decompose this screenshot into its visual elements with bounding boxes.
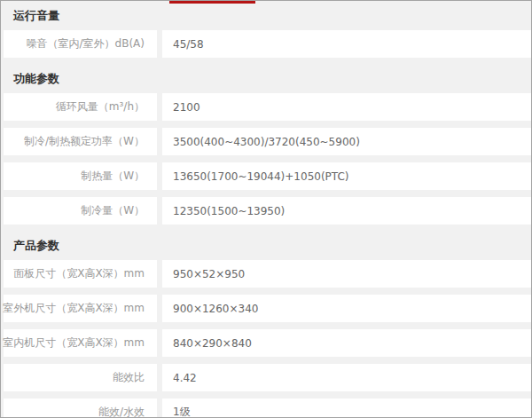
spec-label: 能效/水效 xyxy=(4,398,157,418)
spec-label: 噪音（室内/室外）dB(A) xyxy=(4,30,157,58)
spec-row: 制冷量（W） 12350(1500~13950) xyxy=(4,197,531,225)
spec-row: 室外机尺寸（宽X高X深）mm 900×1260×340 xyxy=(4,295,531,322)
tab-indicator xyxy=(169,1,255,4)
section-title: 功能参数 xyxy=(1,65,531,93)
spec-row: 面板尺寸（宽X高X深）mm 950×52×950 xyxy=(4,260,531,288)
spec-section: 运行音量 噪音（室内/室外）dB(A) 45/58 xyxy=(1,1,531,58)
spec-label: 制冷/制热额定功率（W） xyxy=(4,128,157,155)
spec-value: 950×52×950 xyxy=(162,260,531,288)
spec-row: 室内机尺寸（宽X高X深）mm 840×290×840 xyxy=(4,329,531,357)
section-title: 运行音量 xyxy=(1,1,531,30)
spec-label: 制热量（W） xyxy=(4,162,157,190)
section-rows: 循环风量（m³/h） 2100 制冷/制热额定功率（W） 3500(400~43… xyxy=(1,93,531,225)
spec-section: 功能参数 循环风量（m³/h） 2100 制冷/制热额定功率（W） 3500(4… xyxy=(1,65,531,225)
spec-table: 运行音量 噪音（室内/室外）dB(A) 45/58 功能参数 循环风量（m³/h… xyxy=(1,1,531,418)
spec-row: 循环风量（m³/h） 2100 xyxy=(4,93,531,121)
spec-row: 制热量（W） 13650(1700~19044)+1050(PTC) xyxy=(4,162,531,190)
spec-section: 产品参数 面板尺寸（宽X高X深）mm 950×52×950 室外机尺寸（宽X高X… xyxy=(1,232,531,418)
spec-value: 12350(1500~13950) xyxy=(162,197,531,225)
spec-value: 3500(400~4300)/3720(450~5900) xyxy=(162,128,531,155)
section-title: 产品参数 xyxy=(1,232,531,260)
product-spec-page: 运行音量 噪音（室内/室外）dB(A) 45/58 功能参数 循环风量（m³/h… xyxy=(0,0,532,418)
spec-row: 制冷/制热额定功率（W） 3500(400~4300)/3720(450~590… xyxy=(4,128,531,155)
spec-row: 能效/水效 1级 xyxy=(4,398,531,418)
spec-label: 制冷量（W） xyxy=(4,197,157,225)
spec-label: 能效比 xyxy=(4,364,157,391)
spec-value: 2100 xyxy=(162,93,531,121)
spec-label: 面板尺寸（宽X高X深）mm xyxy=(4,260,157,288)
spec-value: 13650(1700~19044)+1050(PTC) xyxy=(162,162,531,190)
section-rows: 面板尺寸（宽X高X深）mm 950×52×950 室外机尺寸（宽X高X深）mm … xyxy=(1,260,531,418)
spec-label: 循环风量（m³/h） xyxy=(4,93,157,121)
spec-value: 900×1260×340 xyxy=(162,295,531,322)
spec-value: 4.42 xyxy=(162,364,531,391)
spec-value: 1级 xyxy=(162,398,531,418)
spec-label: 室外机尺寸（宽X高X深）mm xyxy=(4,295,157,322)
section-rows: 噪音（室内/室外）dB(A) 45/58 xyxy=(1,30,531,58)
spec-row: 噪音（室内/室外）dB(A) 45/58 xyxy=(4,30,531,58)
spec-label: 室内机尺寸（宽X高X深）mm xyxy=(4,329,157,357)
spec-value: 45/58 xyxy=(162,30,531,58)
spec-value: 840×290×840 xyxy=(162,329,531,357)
spec-row: 能效比 4.42 xyxy=(4,364,531,391)
